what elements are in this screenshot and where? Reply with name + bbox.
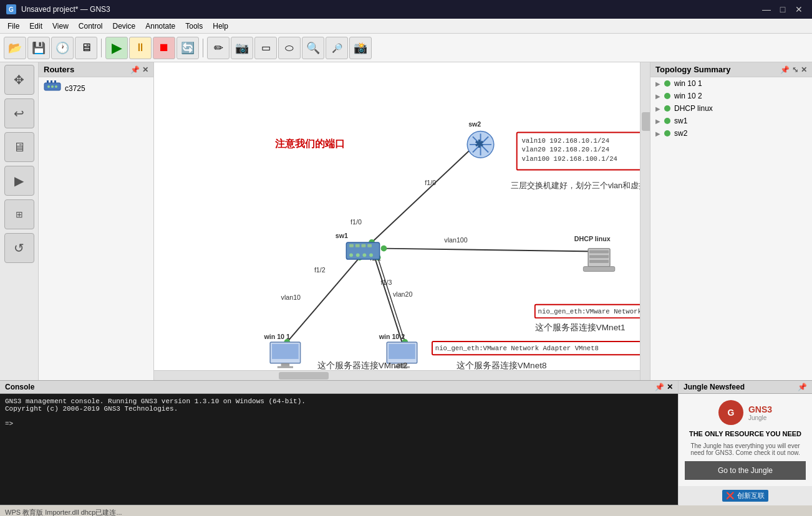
left-nav: ✥ ↩ 🖥 ▶ ⊞ ↺ [0,62,39,380]
toolbar: 📂 💾 🕐 🖥 ▶ ⏸ ⏹ 🔄 ✏ 📷 ▭ ⬭ 🔍 🔎 📸 [0,34,812,62]
jungle-logo-icon: G [718,400,743,425]
bottom-section: Console 📌 ✕ GNS3 management console. Run… [0,380,812,505]
topology-header-icons: 📌 ⤡ ✕ [780,65,807,74]
nav-back[interactable]: ↩ [4,98,34,128]
topology-item-win10-2[interactable]: ▶ win 10 2 [650,90,812,102]
arrow-icon: ▶ [655,130,660,137]
svg-rect-4 [47,80,49,83]
maximize-button[interactable]: □ [776,2,790,16]
canvas-scrollbar[interactable] [640,62,650,380]
svg-text:注意我们的端口: 注意我们的端口 [275,138,345,149]
svg-rect-58 [389,344,415,359]
snapshot-button[interactable]: 📸 [349,37,372,59]
jungle-content: G GNS3 Jungle THE ONLY RESOURCE YOU NEED… [679,394,812,486]
jungle-footer: ❌ 创新互联 [679,486,812,505]
svg-point-43 [362,253,366,257]
topology-item-win10-1[interactable]: ▶ win 10 1 [650,77,812,90]
svg-text:sw1: sw1 [336,232,348,239]
devices-close-icon[interactable]: ✕ [142,65,148,74]
svg-rect-50 [583,267,614,272]
arrow-icon: ▶ [655,118,660,125]
nav-devices[interactable]: ⊞ [4,199,34,229]
screenshot-button[interactable]: 📷 [231,37,253,59]
reload-button[interactable]: 🔄 [176,37,199,59]
console-pin-icon[interactable]: 📌 [655,383,664,391]
menu-help[interactable]: Help [208,21,233,32]
topology-item-dhcp[interactable]: ▶ DHCP linux [650,102,812,115]
zoom-in-button[interactable]: 🔍 [302,37,324,59]
svg-text:nio_gen_eth:VMware Network Ada: nio_gen_eth:VMware Network Adapter VMnet… [435,345,599,352]
recent-button[interactable]: 🕐 [51,37,74,59]
menu-annotate[interactable]: Annotate [140,21,180,32]
topology-item-sw2[interactable]: ▶ sw2 [650,127,812,140]
menu-control[interactable]: Control [74,21,108,32]
titlebar-left: G Unsaved project* — GNS3 [6,4,110,14]
close-button[interactable]: ✕ [792,2,806,16]
jungle-desc: The Jungle has everything you will ever … [685,442,806,456]
menu-device[interactable]: Device [108,21,141,32]
jungle-tagline: THE ONLY RESOURCE YOU NEED [689,430,801,437]
topology-resize-icon[interactable]: ⤡ [792,65,798,74]
arrow-icon: ▶ [655,105,660,112]
edit-button[interactable]: ✏ [207,37,230,59]
titlebar-controls[interactable]: — □ ✕ [760,2,806,16]
jungle-logo-text-container: GNS3 Jungle [748,404,772,421]
topology-close-icon[interactable]: ✕ [801,65,807,74]
console-close-icon[interactable]: ✕ [667,383,673,391]
topology-pin-icon[interactable]: 📌 [780,65,790,74]
svg-rect-53 [272,344,299,359]
svg-text:f1/0: f1/0 [425,179,436,186]
jungle-logo-text: GNS3 [748,404,772,414]
server-button[interactable]: 🖥 [75,37,97,59]
topology-label-sw2: sw2 [674,129,687,138]
jungle-title: Jungle Newsfeed [684,383,745,391]
menu-edit[interactable]: Edit [24,21,47,32]
horizontal-scrollbar[interactable] [154,370,640,380]
svg-rect-38 [355,244,360,247]
jungle-button[interactable]: Go to the Jungle [685,461,806,480]
topology-label-win10-1: win 10 1 [674,79,702,88]
nav-move[interactable]: ✥ [4,65,34,95]
topology-item-sw1[interactable]: ▶ sw1 [650,115,812,127]
menu-tools[interactable]: Tools [180,21,208,32]
jungle-pin-icon[interactable]: 📌 [798,383,807,391]
device-c3725[interactable]: c3725 [39,77,153,100]
svg-text:f1/2: f1/2 [314,266,326,274]
svg-text:这个服务器连接VMnet8: 这个服务器连接VMnet8 [457,361,547,370]
devices-pin-icon[interactable]: 📌 [130,65,140,74]
network-canvas: f1/0 f1/0 vlan100 f1/2 vlan10 f1/3 vlan2… [154,62,650,380]
svg-text:这个服务器连接VMnet2: 这个服务器连接VMnet2 [317,361,408,370]
svg-text:f1/3: f1/3 [381,279,392,286]
nav-forward[interactable]: ▶ [4,166,34,196]
start-button[interactable]: ▶ [105,37,128,59]
zoom-out-button[interactable]: 🔎 [326,37,348,59]
router-icon [44,80,61,97]
console-text: GNS3 management console. Running GNS3 ve… [5,398,306,428]
status-dot-sw2 [664,130,670,136]
svg-line-8 [384,249,595,252]
stop-button[interactable]: ⏹ [153,37,175,59]
jungle-header: Jungle Newsfeed 📌 [679,381,812,394]
minimize-button[interactable]: — [760,2,773,16]
status-dot-dhcp [664,105,670,112]
jungle-footer-brand: ❌ 创新互联 [722,490,768,502]
pause-button[interactable]: ⏸ [129,37,152,59]
rect-button[interactable]: ▭ [254,37,277,59]
console-panel: Console 📌 ✕ GNS3 management console. Run… [0,381,678,505]
console-content: GNS3 management console. Running GNS3 ve… [0,394,678,505]
console-title: Console [5,383,34,391]
svg-rect-37 [349,244,354,247]
topology-label-dhcp: DHCP linux [674,104,713,113]
menu-view[interactable]: View [47,21,74,32]
open-button[interactable]: 📂 [4,37,26,59]
nav-ethernet[interactable]: 🖥 [4,132,34,162]
save-button[interactable]: 💾 [27,37,50,59]
canvas-area[interactable]: f1/0 f1/0 vlan100 f1/2 vlan10 f1/3 vlan2… [154,62,650,380]
menu-file[interactable]: File [2,21,24,32]
svg-rect-40 [367,244,372,247]
svg-point-41 [349,253,353,257]
ellipse-button[interactable]: ⬭ [278,37,301,59]
svg-rect-47 [589,251,609,254]
nav-undo[interactable]: ↺ [4,233,34,263]
jungle-panel: Jungle Newsfeed 📌 G GNS3 Jungle THE ONLY… [678,381,812,505]
